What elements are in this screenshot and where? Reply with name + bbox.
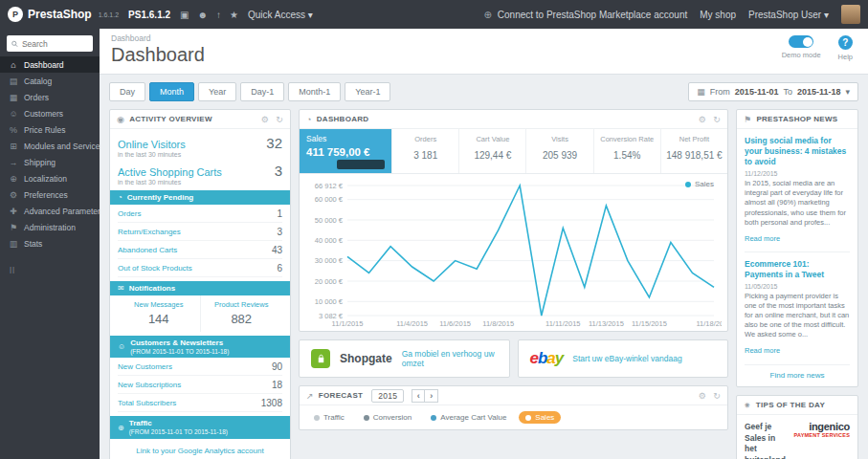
dashboard-panel: ◔ DASHBOARD ⚙ ↻ Sales 411 759,00 € xyxy=(299,109,728,332)
sidebar-item-dashboard[interactable]: ⌂Dashboard xyxy=(0,56,100,73)
filter-month-1-button[interactable]: Month-1 xyxy=(288,82,341,101)
sidebar-item-orders[interactable]: ▦Orders xyxy=(0,89,100,105)
sidebar-item-advanced-parameters[interactable]: ✚Advanced Parameters xyxy=(0,203,100,219)
svg-text:50 000 €: 50 000 € xyxy=(315,216,344,225)
sidebar-item-price-rules[interactable]: %Price Rules xyxy=(0,121,100,138)
product-reviews-cell[interactable]: Product Reviews 882 xyxy=(200,295,283,332)
total-subscribers-link[interactable]: Total Subscribers xyxy=(118,399,176,407)
trophy-icon[interactable]: ★ xyxy=(230,10,238,20)
svg-text:11/8/2015: 11/8/2015 xyxy=(482,319,514,328)
localization-icon: ⊕ xyxy=(9,174,18,184)
abandoned-carts-link[interactable]: Abandoned Carts xyxy=(118,246,177,254)
svg-text:10 000 €: 10 000 € xyxy=(315,297,344,306)
date-filter-bar: Day Month Year Day-1 Month-1 Year-1 ▦ Fr… xyxy=(109,82,858,101)
sidebar-search[interactable] xyxy=(7,35,93,52)
my-shop-link[interactable]: My shop xyxy=(700,10,736,20)
kpi-cart-value[interactable]: Cart Value 129,44 € xyxy=(459,129,526,173)
filter-month-button[interactable]: Month xyxy=(149,82,194,101)
currently-pending-header: ◔ Currently Pending xyxy=(110,190,290,205)
sidebar-item-preferences[interactable]: ⚙Preferences xyxy=(0,186,100,203)
customers-row: Total Subscribers1308 xyxy=(118,394,282,412)
gear-icon[interactable]: ⚙ xyxy=(699,391,706,401)
help-label: Help xyxy=(838,53,853,61)
sidebar-item-localization[interactable]: ⊕Localization xyxy=(0,170,100,186)
forecast-panel: ↗ FORECAST 2015 ‹ › ⚙ ↻ xyxy=(299,385,728,430)
search-input[interactable] xyxy=(22,39,88,49)
upload-icon[interactable]: ↑ xyxy=(216,10,221,20)
refresh-icon[interactable]: ↻ xyxy=(713,391,721,401)
sidebar-item-catalog[interactable]: ▤Catalog xyxy=(0,73,100,89)
kpi-label: Sales xyxy=(306,134,385,143)
kpi-conversion-rate[interactable]: Conversion Rate 1.54% xyxy=(594,129,661,173)
returns-link[interactable]: Return/Exchanges xyxy=(118,228,181,236)
shopgate-link[interactable]: Ga mobiel en verhoog uw omzet xyxy=(402,349,498,368)
quick-access-menu[interactable]: Quick Access ▾ xyxy=(248,10,313,20)
legend-average-cart-value[interactable]: Average Cart Value xyxy=(424,411,513,424)
marketplace-link[interactable]: ⊕ Connect to PrestaShop Marketplace acco… xyxy=(484,10,688,20)
out-of-stock-link[interactable]: Out of Stock Products xyxy=(118,264,192,273)
filter-year-button[interactable]: Year xyxy=(198,82,236,101)
topbar: P PrestaShop 1.6.1.2 PS1.6.1.2 ▣ ☻ ↑ ★ Q… xyxy=(0,0,868,29)
traffic-icon: ⊕ xyxy=(118,424,124,432)
orders-link[interactable]: Orders xyxy=(118,209,141,218)
forecast-prev-button[interactable]: ‹ xyxy=(412,389,425,403)
kpi-label: Conversion Rate xyxy=(597,135,657,143)
legend-sales[interactable]: Sales xyxy=(519,411,561,424)
kpi-sales[interactable]: Sales 411 759,00 € xyxy=(300,129,392,173)
forecast-next-button[interactable]: › xyxy=(425,389,438,403)
online-visitors-link[interactable]: Online Visitors xyxy=(118,139,186,150)
kpi-orders[interactable]: Orders 3 181 xyxy=(392,129,459,173)
user-menu[interactable]: PrestaShop User ▾ xyxy=(748,10,829,20)
new-subscriptions-link[interactable]: New Subscriptions xyxy=(118,381,181,389)
help-button[interactable]: ? xyxy=(838,35,853,50)
demo-mode-toggle[interactable] xyxy=(789,35,813,48)
ebay-link[interactable]: Start uw eBay-winkel vandaag xyxy=(572,354,681,363)
stats-icon: ▥ xyxy=(9,239,18,249)
legend-conversion[interactable]: Conversion xyxy=(357,411,418,424)
google-analytics-link[interactable]: Link to your Google Analytics account xyxy=(136,447,263,455)
sidebar-collapse-button[interactable]: || xyxy=(0,259,100,279)
legend-traffic[interactable]: Traffic xyxy=(307,411,351,424)
prestashop-logo[interactable]: P PrestaShop 1.6.1.2 xyxy=(8,7,119,22)
news-article-title[interactable]: Using social media for your business: 4 … xyxy=(745,136,850,167)
filter-day-button[interactable]: Day xyxy=(109,82,145,101)
read-more-link[interactable]: Read more xyxy=(745,234,780,243)
news-article-title[interactable]: Ecommerce 101: Payments in a Tweet xyxy=(745,259,850,280)
svg-text:11/15/2015: 11/15/2015 xyxy=(632,319,667,328)
active-carts-link[interactable]: Active Shopping Carts xyxy=(118,166,222,178)
new-customers-link[interactable]: New Customers xyxy=(118,362,172,371)
sidebar-item-stats[interactable]: ▥Stats xyxy=(0,235,100,251)
gear-icon[interactable]: ⚙ xyxy=(261,115,269,124)
svg-text:11/6/2015: 11/6/2015 xyxy=(439,319,471,328)
filter-day-1-button[interactable]: Day-1 xyxy=(240,82,284,101)
sidebar-item-shipping[interactable]: →Shipping xyxy=(0,154,100,170)
find-more-news-link[interactable]: Find more news xyxy=(745,364,850,382)
shopgate-wordmark: Shopgate xyxy=(340,352,392,365)
orders-value: 1 xyxy=(277,208,282,219)
refresh-icon[interactable]: ↻ xyxy=(276,115,283,124)
price-rules-icon: % xyxy=(9,125,18,135)
kpi-net-profit[interactable]: Net Profit 148 918,51 € xyxy=(661,129,727,173)
kpi-value: 205 939 xyxy=(529,150,590,161)
gear-icon[interactable]: ⚙ xyxy=(699,115,706,124)
avatar[interactable] xyxy=(841,5,860,24)
date-range-picker[interactable]: ▦ From 2015-11-01 To 2015-11-18 ▾ xyxy=(688,82,858,101)
sidebar-item-customers[interactable]: ☺Customers xyxy=(0,105,100,121)
refresh-icon[interactable]: ↻ xyxy=(713,115,721,124)
new-messages-cell[interactable]: New Messages 144 xyxy=(118,295,200,332)
cart-icon[interactable]: ▣ xyxy=(180,10,189,20)
caret-down-icon: ▾ xyxy=(308,10,313,20)
sidebar-item-label: Dashboard xyxy=(24,60,64,70)
kpi-visits[interactable]: Visits 205 939 xyxy=(526,129,593,173)
sidebar-item-modules[interactable]: ⊞Modules and Services xyxy=(0,138,100,154)
news-panel-title: PRESTASHOP NEWS xyxy=(756,115,837,123)
sidebar-item-administration[interactable]: ⚑Administration xyxy=(0,219,100,235)
filter-year-1-button[interactable]: Year-1 xyxy=(345,82,390,101)
new-customers-value: 90 xyxy=(272,361,282,372)
person-icon[interactable]: ☻ xyxy=(197,10,208,20)
traffic-dot xyxy=(314,415,320,421)
read-more-link[interactable]: Read more xyxy=(745,346,780,355)
forecast-year-select[interactable]: 2015 xyxy=(371,389,404,403)
chart-legend: Sales xyxy=(685,180,714,188)
svg-text:11/1/2015: 11/1/2015 xyxy=(332,319,364,328)
